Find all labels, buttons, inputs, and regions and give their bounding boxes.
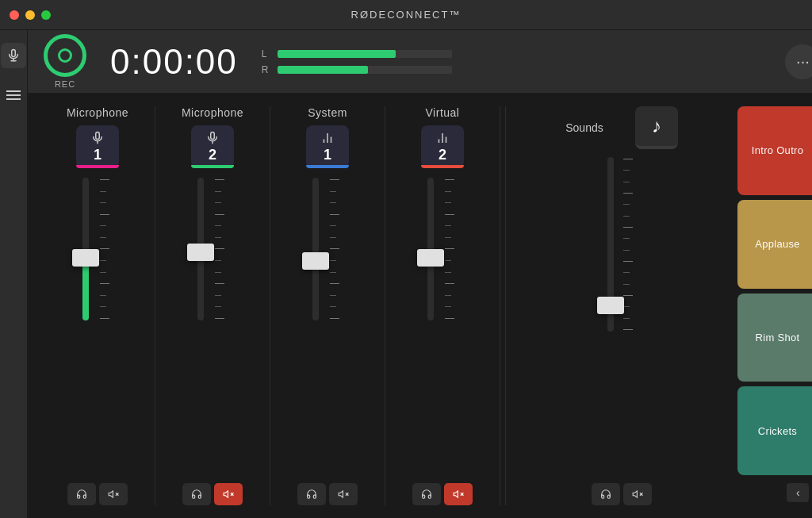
channel-buttons-mic1 [67,483,128,505]
fader-track-virt2 [427,178,434,320]
channel-bar-mic1 [76,165,119,168]
mixer-divider [505,106,506,505]
channel-num-sys1: 1 [324,147,331,163]
channel-icon-sys1[interactable]: 1 [306,125,349,168]
soundboard-btn-2[interactable]: Applause [737,200,812,289]
app-body: REC 0:00:00 L R ··· [0,30,812,518]
sounds-header: Sounds ♪ [519,106,725,149]
svg-rect-8 [211,132,215,139]
channel-icon-mic2[interactable]: 2 [191,125,234,168]
channel-label-sys1: System [308,106,347,119]
sounds-fader-track [607,157,614,332]
soundboard-section: Intro Outro Laughter Applause Sad Trombo… [733,106,812,505]
fader-handle-mic2[interactable] [187,244,214,261]
svg-marker-16 [339,491,343,497]
channel-strip-virt2: Virtual 2 [385,106,500,505]
fader-track-sys1 [312,178,319,320]
left-sidebar [0,30,28,518]
sounds-section: Sounds ♪ [511,106,733,505]
meter-bar-L-fill [278,50,396,58]
channel-bar-sys1 [306,165,349,168]
channel-num-mic2: 2 [209,147,216,163]
headphone-btn-sounds[interactable] [592,483,620,505]
channel-strip-mic1: Microphone 1 [40,106,155,505]
channel-buttons-virt2 [412,483,473,505]
rec-label: REC [55,79,75,89]
rec-button[interactable]: REC [44,34,86,89]
meter-row-L: L [262,48,762,59]
headphone-btn-mic2[interactable] [182,483,211,505]
channel-buttons-sys1 [297,483,358,505]
meter-L-label: L [262,48,271,59]
mic-sidebar-button[interactable] [1,43,26,68]
sounds-fader-handle[interactable] [597,297,624,314]
level-meters: L R [262,48,762,75]
channel-num-virt2: 2 [439,147,446,163]
channel-icon-mic1[interactable]: 1 [76,125,119,168]
meter-bar-R-fill [278,66,368,74]
channel-strip-sys1: System 1 [270,106,385,505]
close-button[interactable] [10,10,19,20]
mixer-area: Microphone 1 [28,94,812,518]
settings-button[interactable]: ··· [785,44,812,79]
fader-track-mic1 [82,178,89,320]
menu-button[interactable] [0,84,27,106]
window-controls[interactable] [10,10,51,20]
ellipsis-icon: ··· [796,52,810,71]
mute-btn-sounds[interactable] [623,483,652,505]
mute-btn-mic2[interactable] [214,483,243,505]
svg-rect-0 [12,50,16,57]
scale-virt2 [442,178,458,320]
fader-section-sys1 [278,178,377,470]
mute-btn-mic1[interactable] [99,483,128,505]
channel-num-mic1: 1 [94,147,102,163]
soundboard-pagination: ‹ 1 › [737,480,812,505]
fader-section-mic2 [163,178,262,470]
sounds-buttons [519,483,725,505]
soundboard-btn-6[interactable]: Crickets [737,386,812,475]
channel-label-virt2: Virtual [426,106,460,119]
headphone-btn-virt2[interactable] [412,483,441,505]
fader-handle-sys1[interactable] [302,252,329,270]
timer-display: 0:00:00 [110,42,238,82]
fader-section-mic1 [48,178,147,470]
prev-page-button[interactable]: ‹ [787,483,809,502]
main-content: REC 0:00:00 L R ··· [28,30,812,518]
sounds-fader-area [527,157,717,483]
meter-R-label: R [262,64,271,75]
svg-rect-3 [96,132,100,139]
fader-section-virt2 [393,178,492,470]
soundboard-grid: Intro Outro Laughter Applause Sad Trombo… [737,106,812,475]
svg-marker-25 [633,491,637,497]
fader-handle-mic1[interactable] [72,249,99,267]
channel-label-mic2: Microphone [182,106,243,119]
titlebar: RØDECONNECT™ [0,0,812,30]
channel-buttons-mic2 [182,483,243,505]
mute-btn-sys1[interactable] [329,483,358,505]
meter-bar-L-bg [278,50,452,58]
channel-strip-mic2: Microphone 2 [155,106,270,505]
scale-sys1 [327,178,343,320]
meter-row-R: R [262,64,762,75]
headphone-btn-sys1[interactable] [297,483,326,505]
soundboard-btn-4[interactable]: Rim Shot [737,294,812,382]
channel-icon-virt2[interactable]: 2 [421,125,464,168]
header-bar: REC 0:00:00 L R ··· [28,30,812,94]
fader-track-mic2 [197,178,204,320]
channel-label-mic1: Microphone [67,106,128,119]
minimize-button[interactable] [25,10,35,20]
mute-btn-virt2[interactable] [444,483,473,505]
meter-bar-R-bg [278,66,452,74]
scale-mic2 [212,178,228,320]
sounds-icon[interactable]: ♪ [635,106,678,149]
headphone-btn-mic1[interactable] [67,483,96,505]
channel-bar-virt2 [421,165,464,168]
maximize-button[interactable] [41,10,51,20]
soundboard-btn-0[interactable]: Intro Outro [737,106,812,195]
rec-inner [58,48,72,63]
fader-handle-virt2[interactable] [417,249,444,267]
svg-marker-5 [109,491,113,497]
sounds-label: Sounds [565,121,603,134]
app-title: RØDECONNECT™ [351,9,462,21]
rec-circle [44,34,86,77]
